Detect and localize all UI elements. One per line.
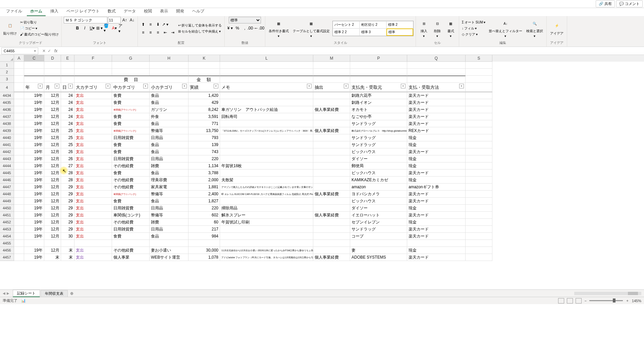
cell[interactable]: 末 — [44, 254, 61, 261]
cell[interactable] — [466, 226, 492, 233]
cell[interactable]: 19年 — [24, 191, 44, 198]
cell[interactable] — [466, 148, 492, 155]
cell[interactable]: 食費 — [112, 141, 150, 148]
cell[interactable] — [313, 99, 350, 106]
cell[interactable]: 30 — [61, 233, 74, 240]
cell[interactable]: 19年 — [24, 127, 44, 134]
bold-button[interactable]: B — [74, 25, 81, 31]
cell[interactable]: 19年 — [24, 92, 44, 99]
cell[interactable]: 支出 — [74, 198, 112, 205]
row-header[interactable]: 4445 — [0, 170, 14, 177]
conditional-formatting-button[interactable]: ▦条件付き書式 ▾ — [267, 18, 290, 39]
cell[interactable]: 12月 — [44, 219, 61, 226]
align-right-icon[interactable]: ≡ — [155, 29, 161, 36]
cell[interactable] — [313, 219, 350, 226]
underline-button[interactable]: U ▾ — [89, 25, 96, 31]
filter-button[interactable]: ▾ — [214, 84, 218, 88]
cell[interactable]: 車関係(アウトバック) — [112, 191, 150, 198]
cell[interactable]: 食費 — [112, 113, 150, 120]
cell[interactable] — [407, 240, 466, 247]
cell[interactable] — [24, 62, 44, 69]
zoom-out-button[interactable]: − — [584, 299, 586, 303]
cell[interactable]: 個人事業経費 — [313, 254, 350, 261]
filter-button[interactable]: ▾ — [182, 84, 187, 88]
cell[interactable]: 2,000 — [189, 177, 220, 184]
ribbon-tab-8[interactable]: 開発 — [173, 7, 187, 16]
cell[interactable]: 釧路六花亭 — [350, 92, 407, 99]
cell[interactable] — [14, 127, 24, 134]
cell[interactable] — [466, 170, 492, 177]
cell[interactable] — [112, 69, 150, 76]
cell[interactable]: 8,242 — [189, 106, 220, 113]
cell[interactable] — [61, 240, 74, 247]
cell[interactable]: 整備等 — [150, 212, 189, 219]
cell[interactable]: その他経費 — [112, 219, 150, 226]
add-sheet-button[interactable]: ⊕ — [68, 291, 75, 296]
column-header[interactable]: A — [14, 55, 24, 62]
cell[interactable] — [313, 155, 350, 162]
cell[interactable] — [313, 134, 350, 141]
cell[interactable]: 食費 — [112, 233, 150, 240]
cell[interactable]: 19年 — [24, 198, 44, 205]
cell[interactable] — [14, 106, 24, 113]
cell[interactable]: 支払・受取方法▾ — [407, 83, 466, 92]
cell[interactable]: 24 — [61, 106, 74, 113]
cell[interactable]: 12月 — [44, 212, 61, 219]
row-header[interactable]: 4437 — [0, 113, 14, 120]
cell[interactable] — [313, 170, 350, 177]
cell[interactable]: メモ▾ — [220, 83, 313, 92]
cell[interactable] — [44, 76, 61, 83]
cell[interactable] — [14, 254, 24, 261]
decrease-decimal-icon[interactable]: ←.00 — [256, 25, 263, 31]
cell[interactable] — [466, 92, 492, 99]
cell[interactable] — [466, 240, 492, 247]
row-header[interactable]: 4451 — [0, 212, 14, 219]
cell[interactable]: 現金 — [407, 219, 466, 226]
cell[interactable]: 雑費 — [150, 162, 189, 170]
row-header[interactable]: 4439 — [0, 127, 14, 134]
cell[interactable] — [14, 148, 24, 155]
filter-button[interactable]: ▾ — [307, 84, 312, 88]
cell[interactable] — [14, 76, 24, 83]
row-header[interactable]: 4447 — [0, 184, 14, 191]
cell[interactable]: 19年 — [24, 184, 44, 191]
cell[interactable]: 29 — [61, 219, 74, 226]
cell[interactable] — [14, 155, 24, 162]
cell[interactable]: 支出 — [74, 184, 112, 191]
cell[interactable]: 食費 — [112, 198, 150, 205]
cell[interactable]: 楽天カード — [407, 254, 466, 261]
cell[interactable] — [466, 162, 492, 170]
cell[interactable] — [407, 76, 466, 83]
cell[interactable]: 19年 — [24, 120, 44, 127]
cell[interactable] — [466, 99, 492, 106]
cell[interactable]: 支出 — [74, 219, 112, 226]
format-as-table-button[interactable]: ▦テーブルとして書式設定 ▾ — [291, 18, 331, 39]
cell[interactable]: 19年 — [24, 113, 44, 120]
cell[interactable] — [220, 92, 313, 99]
cell[interactable]: 楽天カード — [407, 170, 466, 177]
row-header[interactable]: 4448 — [0, 191, 14, 198]
cell[interactable] — [313, 113, 350, 120]
cell[interactable]: ガソリン — [150, 106, 189, 113]
share-button[interactable]: 🔗 共有 — [596, 0, 615, 7]
cell[interactable]: セブンイレブン — [350, 219, 407, 226]
cell[interactable] — [313, 148, 350, 155]
cell[interactable]: 雑費 — [150, 219, 189, 226]
cell[interactable]: 年賀状試し印刷 — [220, 219, 313, 226]
cell[interactable]: 27 — [61, 162, 74, 170]
cell[interactable]: 楽天カード — [407, 120, 466, 127]
column-header[interactable]: C — [24, 55, 44, 62]
sheet-tab-active[interactable]: 記録シート — [13, 290, 40, 297]
cell[interactable]: 支出 — [74, 170, 112, 177]
cell[interactable] — [313, 141, 350, 148]
row-header[interactable]: 4457 — [0, 254, 14, 261]
cell[interactable]: 12月 — [44, 247, 61, 254]
filter-button[interactable]: ▾ — [344, 84, 348, 88]
cell[interactable] — [220, 226, 313, 233]
cell[interactable]: 食品 — [150, 170, 189, 177]
cell[interactable]: 1,881 — [189, 184, 220, 191]
cell[interactable]: 楽天カード — [407, 198, 466, 205]
cell[interactable]: 楽天カード — [407, 191, 466, 198]
zoom-slider[interactable] — [589, 300, 623, 301]
cell[interactable]: 楽天カード — [407, 106, 466, 113]
